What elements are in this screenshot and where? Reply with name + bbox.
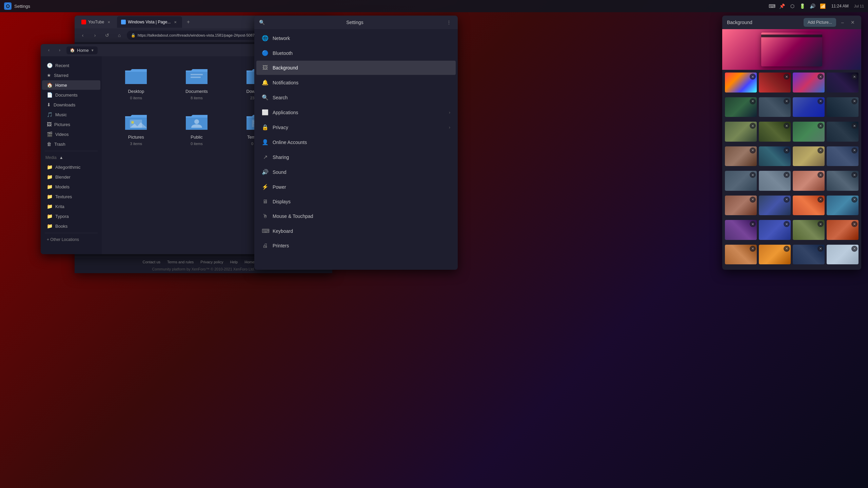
- bg-thumb-5[interactable]: ✕: [725, 97, 757, 117]
- remove-bg-9[interactable]: ✕: [750, 123, 756, 129]
- tray-icon-3[interactable]: ⬡: [789, 3, 795, 9]
- folder-documents[interactable]: Documents 8 items: [169, 63, 224, 103]
- remove-bg-32[interactable]: ✕: [851, 246, 857, 252]
- remove-bg-10[interactable]: ✕: [784, 123, 790, 129]
- sidebar-item-models[interactable]: 📁 Models: [42, 182, 100, 191]
- sidebar-item-documents[interactable]: 📄 Documents: [42, 90, 100, 100]
- remove-bg-22[interactable]: ✕: [784, 197, 790, 203]
- settings-item-applications[interactable]: ⬜ Applications ›: [256, 105, 456, 120]
- bg-thumb-31[interactable]: ✕: [793, 245, 825, 265]
- sidebar-item-downloads[interactable]: ⬇ Downloads: [42, 100, 100, 109]
- bg-thumb-2[interactable]: ✕: [759, 73, 791, 93]
- settings-menu-button[interactable]: ⋮: [445, 18, 453, 26]
- browser-tab-vista[interactable]: Windows Vista | Page... ✕: [117, 16, 182, 28]
- remove-bg-20[interactable]: ✕: [851, 172, 857, 178]
- bg-thumb-21[interactable]: ✕: [725, 196, 757, 216]
- bg-thumb-17[interactable]: ✕: [725, 171, 757, 191]
- bg-minimize-button[interactable]: –: [839, 19, 846, 26]
- tab-close-youtube[interactable]: ✕: [106, 19, 112, 25]
- remove-bg-30[interactable]: ✕: [784, 246, 790, 252]
- settings-item-notifications[interactable]: 🔔 Notifications: [256, 75, 456, 90]
- bg-thumb-27[interactable]: ✕: [793, 220, 825, 240]
- sidebar-item-trash[interactable]: 🗑 Trash: [42, 139, 100, 149]
- fm-dropdown-icon[interactable]: ▼: [91, 48, 94, 52]
- settings-item-background[interactable]: 🖼 Background: [256, 61, 456, 75]
- settings-item-sound[interactable]: 🔊 Sound: [256, 165, 456, 179]
- battery-icon[interactable]: 🔋: [800, 3, 806, 9]
- remove-bg-3[interactable]: ✕: [817, 74, 824, 80]
- sidebar-item-books[interactable]: 📁 Books: [42, 221, 100, 231]
- remove-bg-15[interactable]: ✕: [817, 147, 824, 154]
- bg-thumb-22[interactable]: ✕: [759, 196, 791, 216]
- remove-bg-19[interactable]: ✕: [817, 172, 824, 178]
- footer-home[interactable]: Home: [244, 260, 254, 264]
- sidebar-item-recent[interactable]: 🕐 Recent: [42, 61, 100, 70]
- remove-bg-5[interactable]: ✕: [750, 98, 756, 104]
- bg-close-button[interactable]: ✕: [849, 19, 856, 26]
- bg-thumb-30[interactable]: ✕: [759, 245, 791, 265]
- tab-close-vista[interactable]: ✕: [173, 19, 178, 25]
- settings-item-network[interactable]: 🌐 Network: [256, 31, 456, 45]
- tray-icon-1[interactable]: ⌨: [769, 3, 775, 9]
- sidebar-item-allegorithmic[interactable]: 📁 Allegorithmic: [42, 162, 100, 172]
- folder-public[interactable]: Public 0 items: [169, 109, 224, 149]
- folder-desktop[interactable]: Desktop 0 items: [108, 63, 164, 103]
- remove-bg-23[interactable]: ✕: [817, 197, 824, 203]
- add-picture-button[interactable]: Add Picture...: [804, 18, 836, 27]
- settings-item-displays[interactable]: 🖥 Displays: [256, 195, 456, 209]
- remove-bg-31[interactable]: ✕: [817, 246, 824, 252]
- bg-thumb-24[interactable]: ✕: [827, 196, 859, 216]
- browser-tab-youtube[interactable]: YouTube ✕: [77, 16, 116, 28]
- remove-bg-28[interactable]: ✕: [851, 221, 857, 227]
- bg-thumb-20[interactable]: ✕: [827, 171, 859, 191]
- bg-thumb-6[interactable]: ✕: [759, 97, 791, 117]
- reload-button[interactable]: ↺: [102, 30, 112, 40]
- bg-thumb-18[interactable]: ✕: [759, 171, 791, 191]
- settings-item-sharing[interactable]: ↗ Sharing: [256, 150, 456, 164]
- bg-thumb-1[interactable]: ✕: [725, 73, 757, 93]
- remove-bg-7[interactable]: ✕: [817, 98, 824, 104]
- sidebar-other-locations[interactable]: + Other Locations: [42, 235, 100, 244]
- sidebar-item-pictures[interactable]: 🖼 Pictures: [42, 120, 100, 129]
- new-tab-button[interactable]: +: [183, 17, 193, 27]
- remove-bg-24[interactable]: ✕: [851, 197, 857, 203]
- settings-item-keyboard[interactable]: ⌨ Keyboard: [256, 224, 456, 238]
- bg-thumb-26[interactable]: ✕: [759, 220, 791, 240]
- bg-thumb-29[interactable]: ✕: [725, 245, 757, 265]
- footer-privacy[interactable]: Privacy policy: [200, 260, 223, 264]
- home-button[interactable]: ⌂: [115, 30, 124, 40]
- bg-thumb-14[interactable]: ✕: [759, 146, 791, 166]
- back-button[interactable]: ‹: [78, 30, 87, 40]
- volume-icon[interactable]: 🔊: [810, 3, 816, 9]
- fm-forward-button[interactable]: ›: [56, 46, 64, 54]
- fm-back-button[interactable]: ‹: [45, 46, 53, 54]
- remove-bg-11[interactable]: ✕: [817, 123, 824, 129]
- remove-bg-12[interactable]: ✕: [851, 123, 857, 129]
- sidebar-item-videos[interactable]: 🎬 Videos: [42, 129, 100, 139]
- settings-item-mouse-touchpad[interactable]: 🖱 Mouse & Touchpad: [256, 209, 456, 223]
- sidebar-item-music[interactable]: 🎵 Music: [42, 110, 100, 119]
- bg-thumb-25[interactable]: ✕: [725, 220, 757, 240]
- bg-thumb-16[interactable]: ✕: [827, 146, 859, 166]
- bg-thumb-32[interactable]: ✕: [827, 245, 859, 265]
- sidebar-item-krita[interactable]: 📁 Krita: [42, 202, 100, 211]
- remove-bg-13[interactable]: ✕: [750, 147, 756, 154]
- forward-button[interactable]: ›: [90, 30, 100, 40]
- sidebar-item-typora[interactable]: 📁 Typora: [42, 211, 100, 221]
- footer-contact[interactable]: Contact us: [142, 260, 160, 264]
- remove-bg-27[interactable]: ✕: [817, 221, 824, 227]
- remove-bg-4[interactable]: ✕: [851, 74, 857, 80]
- bg-thumb-7[interactable]: ✕: [793, 97, 825, 117]
- bg-thumb-12[interactable]: ✕: [827, 122, 859, 142]
- bg-thumb-3[interactable]: ✕: [793, 73, 825, 93]
- remove-bg-2[interactable]: ✕: [784, 74, 790, 80]
- settings-item-online-accounts[interactable]: 👤 Online Accounts: [256, 135, 456, 149]
- sidebar-item-home[interactable]: 🏠 Home: [42, 80, 100, 90]
- settings-item-printers[interactable]: 🖨 Printers: [256, 239, 456, 253]
- tray-icon-2[interactable]: 📌: [779, 3, 785, 9]
- bg-thumb-15[interactable]: ✕: [793, 146, 825, 166]
- footer-terms[interactable]: Terms and rules: [167, 260, 194, 264]
- bg-thumb-19[interactable]: ✕: [793, 171, 825, 191]
- folder-pictures[interactable]: Pictures 3 items: [108, 109, 164, 149]
- remove-bg-25[interactable]: ✕: [750, 221, 756, 227]
